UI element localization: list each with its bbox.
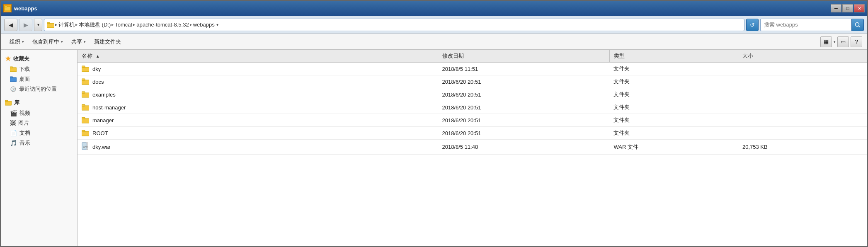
- nav-dropdown-button[interactable]: ▾: [34, 19, 42, 31]
- folder-icon: [82, 130, 89, 136]
- library-header: 库: [1, 97, 77, 108]
- path-segment-apache[interactable]: apache-tomcat-8.5.32: [136, 22, 189, 28]
- svg-rect-18: [82, 93, 89, 97]
- refresh-button[interactable]: ↺: [746, 19, 759, 31]
- minimize-button[interactable]: ─: [831, 4, 841, 12]
- path-sep-1: ▸: [55, 22, 58, 27]
- svg-rect-17: [82, 79, 85, 80]
- desktop-folder-icon: [10, 76, 17, 82]
- file-table: 名称 ▲ 修改日期 类型 大小 dky2018/8/5 11:51文件夹 doc…: [78, 50, 867, 155]
- toolbar-right: ▦ ▾ ▭ ?: [820, 36, 862, 47]
- close-button[interactable]: ✕: [854, 4, 865, 12]
- sidebar: ★ 收藏夹 下载 桌面: [1, 50, 78, 246]
- file-name: examples: [92, 92, 116, 98]
- svg-text:🕐: 🕐: [12, 87, 15, 91]
- search-button[interactable]: [851, 19, 864, 31]
- organize-chevron-icon: ▾: [22, 40, 24, 44]
- include-library-button[interactable]: 包含到库中 ▾: [29, 36, 67, 48]
- organize-button[interactable]: 组织 ▾: [6, 36, 28, 48]
- svg-rect-16: [82, 80, 89, 85]
- path-folder-icon: [47, 22, 54, 28]
- library-icon: [5, 100, 12, 106]
- table-row[interactable]: manager2018/6/20 20:51文件夹: [78, 114, 867, 127]
- col-header-date[interactable]: 修改日期: [438, 50, 609, 63]
- svg-rect-9: [10, 77, 13, 78]
- sidebar-item-music[interactable]: 🎵 音乐: [1, 138, 77, 148]
- svg-rect-13: [5, 100, 8, 102]
- path-segment-tomcat[interactable]: Tomcat: [115, 22, 132, 28]
- recent-icon: 🕐: [10, 86, 17, 92]
- svg-rect-24: [82, 131, 89, 136]
- svg-rect-23: [82, 117, 85, 119]
- sidebar-item-videos[interactable]: 🎬 视频: [1, 108, 77, 118]
- file-type: 文件夹: [609, 127, 738, 140]
- window-icon: [3, 4, 12, 12]
- share-button[interactable]: 共享 ▾: [68, 36, 90, 48]
- view-toggle-button[interactable]: ▦: [820, 36, 832, 47]
- sort-arrow-icon: ▲: [96, 54, 100, 58]
- svg-rect-2: [47, 23, 54, 28]
- table-row[interactable]: dky2018/8/5 11:51文件夹: [78, 63, 867, 75]
- file-date: 2018/8/5 11:48: [438, 140, 609, 155]
- file-area: 名称 ▲ 修改日期 类型 大小 dky2018/8/5 11:51文件夹 doc…: [78, 50, 867, 246]
- svg-text:WAR: WAR: [83, 145, 88, 148]
- pictures-icon: 🖼: [10, 120, 16, 126]
- file-date: 2018/6/20 20:51: [438, 75, 609, 88]
- file-date: 2018/6/20 20:51: [438, 101, 609, 114]
- forward-button[interactable]: ▶: [19, 19, 32, 31]
- pane-button[interactable]: ▭: [837, 36, 849, 47]
- window: webapps ─ □ ✕ ◀ ▶ ▾ ▸ 计算机 ▸ 本地磁盘 (D:) ▸ …: [0, 0, 868, 247]
- sidebar-item-recent[interactable]: 🕐 最近访问的位置: [1, 84, 77, 94]
- file-type: 文件夹: [609, 114, 738, 127]
- file-name: manager: [92, 117, 114, 124]
- svg-rect-22: [82, 119, 89, 123]
- sidebar-item-documents[interactable]: 📄 文档: [1, 128, 77, 138]
- svg-rect-25: [82, 130, 85, 132]
- svg-rect-15: [82, 66, 85, 68]
- file-size: [738, 75, 867, 88]
- include-chevron-icon: ▾: [61, 40, 63, 44]
- sidebar-item-desktop[interactable]: 桌面: [1, 74, 77, 84]
- war-file-icon: WAR: [82, 142, 89, 152]
- search-icon: [855, 22, 861, 28]
- main-area: ★ 收藏夹 下载 桌面: [1, 50, 867, 246]
- back-button[interactable]: ◀: [4, 19, 17, 31]
- title-bar: webapps ─ □ ✕: [1, 1, 867, 16]
- svg-rect-1: [5, 6, 7, 7]
- col-header-type[interactable]: 类型: [609, 50, 738, 63]
- table-row[interactable]: examples2018/6/20 20:51文件夹: [78, 88, 867, 101]
- file-date: 2018/8/5 11:51: [438, 63, 609, 75]
- file-type: 文件夹: [609, 101, 738, 114]
- folder-icon: [82, 91, 89, 98]
- path-segment-drive[interactable]: 本地磁盘 (D:): [79, 21, 111, 29]
- file-date: 2018/6/20 20:51: [438, 88, 609, 101]
- new-folder-button[interactable]: 新建文件夹: [90, 36, 125, 48]
- favorites-header: ★ 收藏夹: [1, 53, 77, 64]
- col-header-name[interactable]: 名称 ▲: [78, 50, 438, 63]
- svg-rect-7: [10, 67, 13, 68]
- sidebar-item-downloads[interactable]: 下载: [1, 64, 77, 74]
- table-row[interactable]: ROOT2018/6/20 20:51文件夹: [78, 127, 867, 140]
- table-row[interactable]: host-manager2018/6/20 20:51文件夹: [78, 101, 867, 114]
- help-button[interactable]: ?: [851, 36, 862, 47]
- table-row[interactable]: docs2018/6/20 20:51文件夹: [78, 75, 867, 88]
- sidebar-item-pictures[interactable]: 🖼 图片: [1, 118, 77, 128]
- search-input[interactable]: [760, 19, 851, 31]
- file-date: 2018/6/20 20:51: [438, 127, 609, 140]
- col-header-size[interactable]: 大小: [738, 50, 867, 63]
- share-chevron-icon: ▾: [84, 40, 86, 44]
- svg-rect-21: [82, 104, 85, 106]
- downloads-folder-icon: [10, 66, 17, 72]
- svg-rect-3: [47, 22, 50, 24]
- file-size: 20,753 KB: [738, 140, 867, 155]
- toolbar: 组织 ▾ 包含到库中 ▾ 共享 ▾ 新建文件夹 ▦ ▾ ▭ ?: [1, 34, 867, 50]
- path-segment-webapps[interactable]: webapps: [193, 22, 215, 28]
- file-type: WAR 文件: [609, 140, 738, 155]
- maximize-button[interactable]: □: [842, 4, 853, 12]
- path-bar[interactable]: ▸ 计算机 ▸ 本地磁盘 (D:) ▸ Tomcat ▸ apache-tomc…: [44, 19, 744, 31]
- file-type: 文件夹: [609, 63, 738, 75]
- table-row[interactable]: WAR dky.war2018/8/5 11:48WAR 文件20,753 KB: [78, 140, 867, 155]
- file-size: [738, 101, 867, 114]
- music-icon: 🎵: [10, 140, 17, 146]
- path-segment-computer[interactable]: 计算机: [58, 21, 75, 29]
